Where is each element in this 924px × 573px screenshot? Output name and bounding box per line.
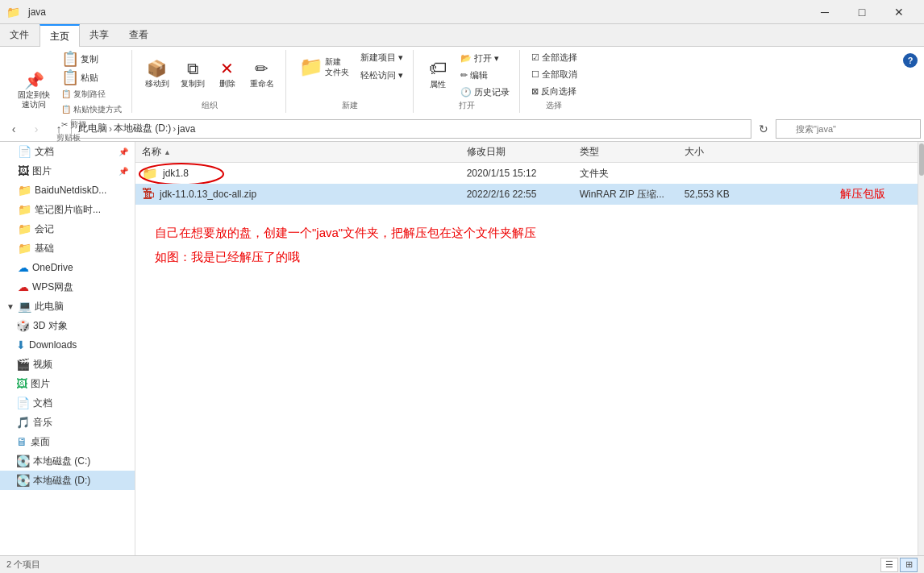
sidebar-item-documents[interactable]: 📄 文档 [0, 393, 135, 413]
select-all-button[interactable]: ☑ 全部选择 [528, 50, 581, 65]
notepic-icon: 📁 [18, 203, 31, 216]
history-button[interactable]: 🕐 历史记录 [457, 85, 513, 100]
col-header-name[interactable]: 名称 ▲ [142, 145, 467, 159]
ribbon-group-organize: 📦 移动到 ⧉ 复制到 ✕ 删除 ✏ 重命名 组织 [134, 50, 286, 113]
new-folder-icon: 📁 [299, 57, 323, 77]
easy-access-button[interactable]: 轻松访问 ▾ [357, 68, 406, 83]
refresh-button[interactable]: ↻ [753, 118, 774, 139]
sidebar-item-base[interactable]: 📁 基础 [0, 239, 135, 258]
details-view-button[interactable]: ⊞ [900, 558, 918, 572]
edit-button[interactable]: ✏ 编辑 [457, 68, 513, 83]
file-date-jdk18: 2020/1/15 15:12 [467, 168, 580, 179]
properties-icon: 🏷 [429, 60, 447, 77]
search-input[interactable] [776, 119, 921, 139]
title-bar-title: java [28, 6, 46, 18]
open-button[interactable]: 📂 打开 ▾ [457, 51, 513, 66]
diskD-icon: 💽 [16, 474, 30, 487]
scrollbar-track[interactable] [918, 142, 924, 555]
tab-file[interactable]: 文件 [0, 24, 40, 46]
file-name-jdk11: jdk-11.0.13_doc-all.zip [160, 189, 256, 200]
delete-button[interactable]: ✕ 删除 [211, 57, 243, 93]
list-view-button[interactable]: ☰ [880, 558, 898, 572]
sidebar-item-images[interactable]: 🖼 图片 [0, 374, 135, 393]
sidebar-docs-label: 文档 [35, 145, 115, 159]
move-to-button[interactable]: 📦 移动到 [140, 57, 174, 93]
paste-button[interactable]: 📋 粘贴 [58, 69, 125, 86]
rename-button[interactable]: ✏ 重命名 [245, 57, 279, 93]
col-header-size[interactable]: 大小 [685, 145, 749, 159]
sidebar-item-baidu[interactable]: 📁 BaiduNetdiskD... [0, 181, 135, 200]
copy-button[interactable]: 📋 复制 [58, 50, 125, 68]
onedrive-icon: ☁ [18, 261, 29, 274]
annotation-label: 解压包版 [840, 187, 885, 201]
copy-path-label: 📋 复制路径 [61, 89, 106, 100]
title-bar-controls: ─ □ ✕ [806, 0, 918, 24]
paste-shortcut-button[interactable]: 📋 粘贴快捷方式 [58, 102, 125, 117]
pics-icon: 🖼 [18, 164, 29, 177]
tab-view[interactable]: 查看 [119, 24, 159, 46]
invert-select-button[interactable]: ⊠ 反向选择 [528, 84, 580, 99]
sidebar-item-downloads[interactable]: ⬇ Downloads [0, 335, 135, 355]
new-folder-button[interactable]: 📁 新建文件夹 [294, 53, 354, 81]
sidebar-item-thispc[interactable]: ▼ 💻 此电脑 [0, 297, 135, 316]
col-header-date[interactable]: 修改日期 [467, 145, 580, 159]
paste-shortcut-label: 📋 粘贴快捷方式 [61, 104, 122, 115]
file-date-jdk11: 2022/2/16 22:55 [467, 189, 580, 200]
help-button[interactable]: ? [903, 53, 918, 68]
sidebar-item-notepic[interactable]: 📁 笔记图片临时... [0, 200, 135, 219]
sort-arrow-name: ▲ [164, 148, 171, 156]
file-name-jdk18: jdk1.8 [163, 168, 189, 179]
tab-home[interactable]: 主页 [40, 24, 80, 47]
sidebar-item-desktop[interactable]: 🖥 桌面 [0, 432, 135, 451]
sidebar-item-diskD[interactable]: 💽 本地磁盘 (D:) [0, 471, 135, 490]
col-header-type[interactable]: 类型 [580, 145, 685, 159]
new-item-label: 新建项目 ▾ [360, 52, 403, 64]
sidebar-item-onedrive[interactable]: ☁ OneDrive [0, 258, 135, 277]
select-none-button[interactable]: ☐ 全部取消 [528, 67, 581, 82]
content-annotation: 自己在想要放的盘，创建一个"java"文件夹，把解压包在这个文件夹解压 如图：我… [135, 205, 918, 285]
open-label: 打开 [459, 100, 475, 113]
address-path[interactable]: 此电脑 › 本地磁盘 (D:) › java [71, 119, 751, 139]
open-label: 📂 打开 ▾ [460, 52, 499, 64]
edit-label: ✏ 编辑 [460, 69, 488, 81]
copy-to-button[interactable]: ⧉ 复制到 [176, 57, 210, 93]
organize-label: 组织 [202, 100, 218, 113]
table-row[interactable]: 📁 jdk1.8 2020/1/15 15:12 文件夹 [135, 163, 918, 184]
sidebar-item-3d[interactable]: 🎲 3D 对象 [0, 316, 135, 335]
copy-path-button[interactable]: 📋 复制路径 [58, 87, 125, 102]
sidebar-item-diskC[interactable]: 💽 本地磁盘 (C:) [0, 451, 135, 471]
new-item-button[interactable]: 新建项目 ▾ [357, 50, 406, 65]
table-row[interactable]: 🗜 jdk-11.0.13_doc-all.zip 2022/2/16 22:5… [135, 184, 918, 205]
sidebar-item-wps[interactable]: ☁ WPS网盘 [0, 277, 135, 297]
properties-button[interactable]: 🏷 属性 [422, 56, 454, 93]
main-layout: 📄 文档 📌 🖼 图片 📌 📁 BaiduNetdiskD... 📁 笔记图片临… [0, 142, 924, 555]
status-count: 2 个项目 [6, 558, 40, 571]
file-size-jdk11: 52,553 KB [685, 189, 749, 200]
base-icon: 📁 [18, 242, 31, 255]
file-area: 名称 ▲ 修改日期 类型 大小 [135, 142, 924, 555]
minimize-button[interactable]: ─ [806, 0, 843, 24]
pin-to-quick-button[interactable]: 📌 固定到快速访问 [13, 69, 55, 113]
maximize-button[interactable]: □ [843, 0, 880, 24]
cut-button[interactable]: ✂ 剪切 [58, 118, 125, 132]
tab-share[interactable]: 共享 [80, 24, 119, 46]
scrollbar-thumb[interactable] [919, 143, 924, 176]
sidebar-item-video[interactable]: 🎬 视频 [0, 355, 135, 374]
sidebar-item-pics[interactable]: 🖼 图片 📌 [0, 161, 135, 181]
sidebar-base-label: 基础 [35, 242, 128, 255]
paste-label: 粘贴 [81, 72, 98, 84]
sidebar-desktop-label: 桌面 [31, 435, 128, 449]
sidebar-downloads-label: Downloads [29, 339, 128, 351]
path-part-2: java [177, 123, 195, 135]
new-label: 新建 [342, 100, 358, 113]
delete-icon: ✕ [220, 60, 234, 77]
documents-icon: 📄 [16, 397, 30, 409]
sidebar-thispc-label: 此电脑 [35, 300, 128, 313]
diskC-icon: 💽 [16, 455, 30, 467]
invert-select-label: ⊠ 反向选择 [531, 85, 576, 98]
paste-icon: 📋 [61, 70, 79, 85]
sidebar-item-notes[interactable]: 📁 会记 [0, 219, 135, 239]
close-button[interactable]: ✕ [880, 0, 918, 24]
sidebar-item-music[interactable]: 🎵 音乐 [0, 413, 135, 432]
sidebar-documents-label: 文档 [33, 397, 128, 410]
